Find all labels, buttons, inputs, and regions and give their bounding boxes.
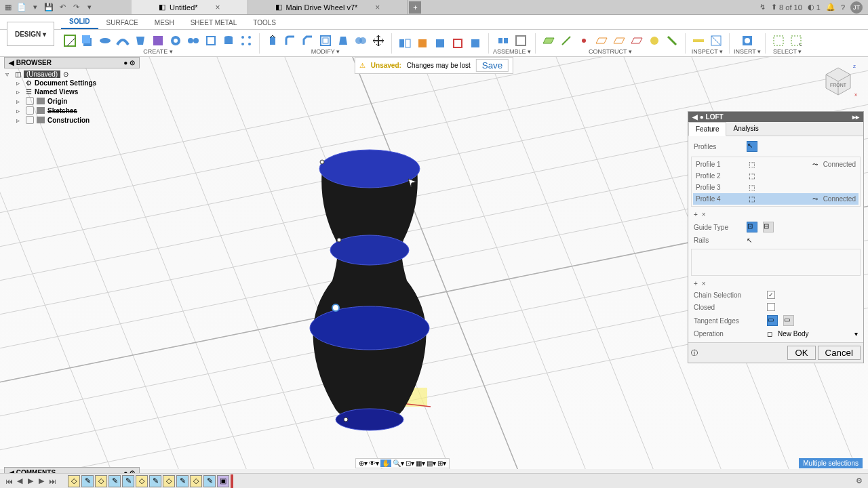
dropdown2-icon[interactable]: ▾ [84,2,95,13]
select-rails-icon[interactable]: ↖ [747,237,752,244]
physical-mat-icon[interactable] [414,35,431,52]
new-tab-button[interactable]: + [409,1,421,14]
combine-icon[interactable] [352,32,370,49]
joint-icon[interactable] [494,32,512,49]
tree-origin[interactable]: ▹Origin [4,96,140,106]
timeline-item[interactable]: ▣ [217,475,229,487]
pattern-icon[interactable] [237,32,255,49]
timeline-item[interactable]: ✎ [149,475,161,487]
grid-icon[interactable]: ▤▾ [427,460,436,467]
pan-icon[interactable]: ✋ [380,460,391,467]
undo-icon[interactable]: ↶ [57,2,68,13]
select-window-icon[interactable] [770,32,787,49]
timeline-item[interactable]: ✎ [122,475,134,487]
modify-label[interactable]: MODIFY ▾ [311,48,340,55]
guide-centerline-icon[interactable]: ⊟ [763,222,774,232]
draft-icon[interactable] [334,32,352,49]
timeline-play-icon[interactable]: ▶ [26,476,35,486]
tab-feature[interactable]: Feature [688,122,726,136]
point-icon[interactable] [575,32,593,49]
plane2-icon[interactable] [593,32,610,49]
tangent-off-icon[interactable]: ▭ [783,315,794,326]
operation-select[interactable]: New Body [778,330,809,338]
doc-tab-untitled[interactable]: ◧ Untitled* × [132,0,248,14]
box-icon[interactable] [202,32,220,49]
tree-construction[interactable]: ▹Construction [4,115,140,125]
timeline-start-icon[interactable]: ⏮ [4,476,14,486]
look-icon[interactable]: 👁▾ [369,460,379,467]
axis-icon[interactable] [557,32,575,49]
visibility-icon[interactable] [26,106,34,115]
timeline-end-icon[interactable]: ⏭ [47,476,57,486]
plane3-icon[interactable] [610,32,628,49]
tree-sketches[interactable]: ▹Sketches [4,106,140,115]
tab-solid[interactable]: SOLID [61,15,98,29]
job-status[interactable]: ⬆ 8 of 10 [771,3,802,12]
chamfer-icon[interactable] [299,32,317,49]
closed-checkbox[interactable] [767,303,775,311]
viewcube[interactable]: FRONT z x [818,61,859,102]
select-label[interactable]: SELECT ▾ [773,48,802,55]
shell-icon[interactable] [317,32,334,49]
timeline-item[interactable]: ✎ [176,475,189,487]
notifications-icon[interactable]: 🔔 [826,3,835,12]
chain-checkbox[interactable] [767,291,775,299]
tree-named-views[interactable]: ▹☰Named Views [4,87,140,96]
profile-3[interactable]: Profile 3⬚ [693,182,859,193]
info-icon[interactable]: ⓘ [691,348,698,358]
close-tab-icon[interactable]: × [216,3,220,12]
workspace-switcher[interactable]: DESIGN ▾ [7,22,54,46]
loft-header[interactable]: ◀ ● LOFT ▸▸ [688,112,863,122]
tab-tools[interactable]: TOOLS [245,16,284,29]
revolve-icon[interactable] [96,32,114,49]
sketch-icon[interactable] [61,32,79,49]
plane-icon[interactable] [540,32,557,49]
select-freeform-icon[interactable] [787,32,805,49]
plane4-icon[interactable] [628,32,646,49]
help-icon[interactable]: ? [841,3,845,12]
appearance-icon[interactable] [431,35,449,52]
viewport-icon[interactable]: ⊞▾ [437,460,446,467]
align-icon[interactable] [396,35,414,52]
create-label[interactable]: CREATE ▾ [143,48,172,55]
timeline-back-icon[interactable]: ◀ [15,476,24,486]
inspect-label[interactable]: INSPECT ▾ [692,48,723,55]
browser-header[interactable]: ◀ BROWSER ● ⊙ [4,57,140,68]
save-icon[interactable]: 💾 [43,2,54,13]
section-icon[interactable] [707,32,725,49]
ext-count[interactable]: ◐ 1 [808,3,821,12]
tree-root[interactable]: ▿◫(Unsaved)⊙ [4,70,140,79]
add-rail-icon[interactable]: + [694,280,698,287]
extensions-button[interactable]: ↯ [760,3,766,12]
display-icon[interactable]: ▦▾ [416,460,425,467]
ok-button[interactable]: OK [787,346,815,360]
loft-icon[interactable] [132,32,149,49]
visibility-icon[interactable] [26,97,34,105]
tree-doc-settings[interactable]: ▹⚙Document Settings [4,79,140,87]
as-built-icon[interactable] [512,32,530,49]
plane5-icon[interactable] [646,32,663,49]
remove-profile-icon[interactable]: × [702,211,706,218]
browser-toggle-icon[interactable]: ● ⊙ [123,59,135,66]
save-button[interactable]: Save [476,59,509,72]
expand-icon[interactable]: ▸▸ [852,113,859,121]
sweep-icon[interactable] [114,32,132,49]
app-grid-icon[interactable]: ▦ [3,2,14,13]
cancel-button[interactable]: Cancel [818,346,861,360]
cylinder-icon[interactable] [220,32,237,49]
press-pull-icon[interactable] [264,32,281,49]
user-avatar[interactable]: JT [850,1,863,14]
timeline-item[interactable]: ◇ [68,475,80,487]
timeline-item[interactable]: ◇ [95,475,107,487]
tab-surface[interactable]: SURFACE [98,16,146,29]
file-icon[interactable]: 📄 [16,2,27,13]
extrude-icon[interactable] [79,32,96,49]
hole-icon[interactable] [167,32,184,49]
doc-tab-main-drive[interactable]: ◧ Main Drive Wheel v7* × [248,0,408,14]
tab-sheet-metal[interactable]: SHEET METAL [182,16,245,29]
dropdown-icon[interactable]: ▾ [30,2,41,13]
orbit-icon[interactable]: ⊕▾ [359,460,368,467]
fillet-icon[interactable] [281,32,299,49]
timeline-item[interactable]: ✎ [108,475,121,487]
measure-icon[interactable] [690,32,707,49]
